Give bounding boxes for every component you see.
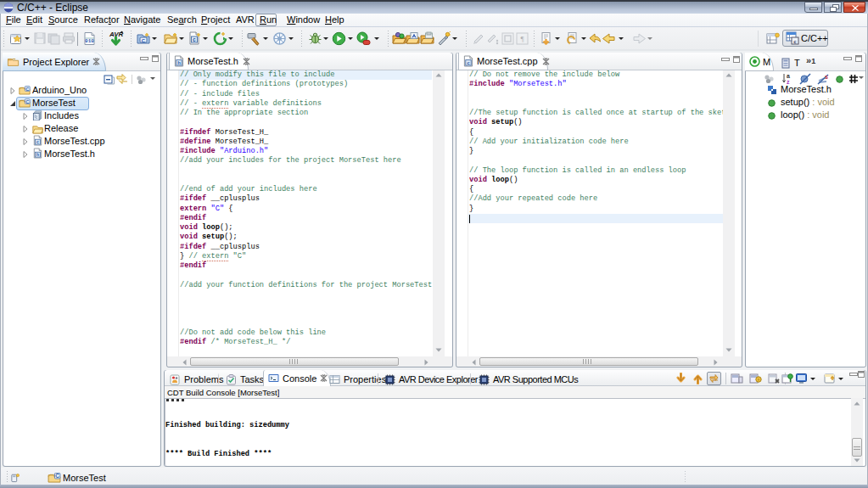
svg-text:h: h (36, 152, 39, 158)
svg-text:010: 010 (85, 38, 94, 44)
svg-text:c: c (467, 60, 470, 66)
svg-text:h: h (177, 60, 181, 66)
svg-text:c: c (193, 37, 196, 43)
svg-text:s: s (825, 74, 828, 80)
svg-text:a: a (787, 73, 790, 79)
svg-text:C: C (25, 87, 29, 92)
svg-text:C: C (25, 99, 29, 104)
svg-text:¶: ¶ (520, 35, 524, 43)
svg-text:C: C (142, 38, 146, 43)
svg-text:c: c (36, 139, 39, 145)
svg-text:C: C (55, 473, 59, 479)
